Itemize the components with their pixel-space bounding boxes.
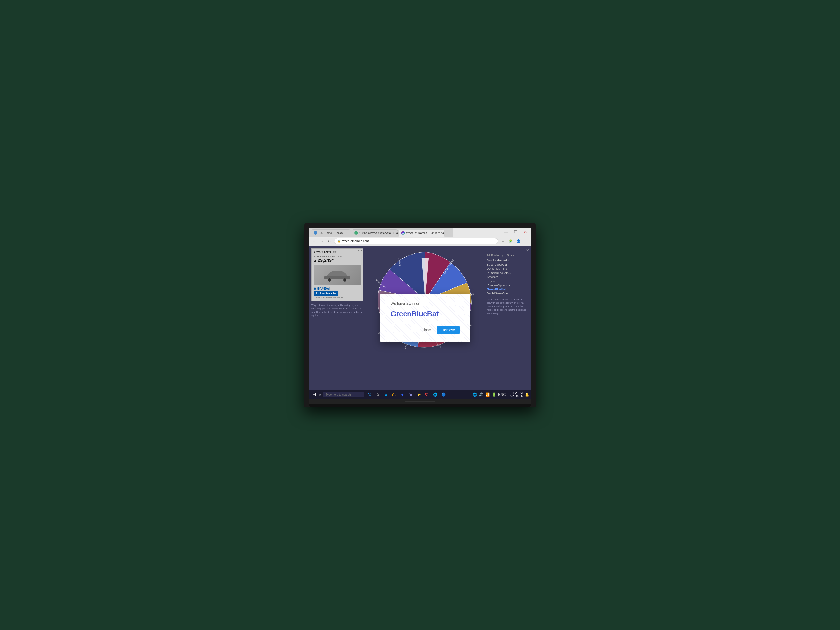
forward-button[interactable]: →	[319, 238, 325, 244]
svg-rect-0	[324, 276, 350, 279]
winner-label: We have a winner!	[391, 302, 459, 306]
power-icon[interactable]: ⚡	[415, 391, 422, 398]
page-text-left: Why not make it a weekly raffle and give…	[311, 304, 363, 317]
list-item: DemoPlayThinki	[487, 267, 529, 271]
laptop-hinge	[404, 401, 436, 403]
clock-time: 5:29 PM	[510, 392, 523, 395]
close-sidebar-button[interactable]: ✕	[487, 248, 529, 253]
winner-name: GreenBlueBat	[391, 310, 459, 318]
tab-icon-wheel: W	[401, 231, 405, 235]
close-dialog-button[interactable]: Close	[418, 326, 434, 333]
clock-date: 2020-06-25	[510, 395, 523, 397]
screen: R (65) Home - Roblox ✕ F Giving away a b…	[309, 227, 531, 399]
list-item: RainbowNponDose	[487, 283, 529, 287]
list-item: PumpkinTheSpin...	[487, 271, 529, 275]
svg-point-2	[343, 278, 346, 281]
side-text: When I was a kid and I read a lot of sca…	[487, 298, 529, 316]
entry-count: 94 Entries ↑↑↑↓ Share	[487, 254, 529, 257]
tab-label-fandom: Giving away a buff crystal! | Fand	[359, 231, 398, 234]
taskbar: ⊞ ○ ◎ ⧉ e 🗁 ◆ 🛍 ⚡ 🛡 🌐 🔵 🌐 🔊 📶 🔋 ENG	[309, 390, 531, 399]
browser-icon[interactable]: 🌐	[431, 391, 439, 398]
network-icon: 🌐	[472, 392, 477, 396]
tab-label-wheel: Wheel of Names | Random name	[406, 231, 445, 234]
advertisement: ✕ × 2020 SANTA FE Explore More Starting …	[311, 248, 363, 301]
ad-cta-button[interactable]: Explore Santa Fe	[314, 291, 338, 296]
task-view-icon[interactable]: ⧉	[374, 391, 381, 398]
volume-icon[interactable]: 🔊	[479, 392, 483, 396]
remove-button[interactable]: Remove	[437, 326, 459, 334]
ad-tagline: Explore More Starting From	[314, 255, 360, 258]
dialog-buttons: Close Remove	[391, 326, 459, 334]
tab-label-roblox: (65) Home - Roblox	[319, 231, 343, 234]
names-list: SkyblockIAmazin SuperDuperGSi DemoPlayTh…	[487, 258, 529, 295]
secure-icon: 🔒	[337, 239, 341, 243]
close-button[interactable]: ✕	[522, 229, 529, 235]
search-circle: ○	[319, 392, 321, 396]
wifi-icon: 📶	[485, 392, 490, 396]
app7-icon[interactable]: 🛡	[423, 391, 431, 398]
winner-dialog: We have a winner! GreenBlueBat Close Rem…	[380, 294, 470, 342]
taskbar-system-icons: 🌐 🔊 📶 🔋 ENG 5:29 PM 2020-06-25 🔔	[472, 392, 529, 397]
address-bar[interactable]: 🔒 wheelofnames.com	[334, 238, 498, 244]
lang-label: ENG	[498, 392, 506, 396]
list-item: SkyblockIAmazin	[487, 258, 529, 262]
tab-close-roblox[interactable]: ✕	[344, 231, 348, 235]
cortana-icon[interactable]: ◎	[366, 391, 373, 398]
page-content: ✕ × 2020 SANTA FE Explore More Starting …	[309, 246, 531, 390]
profile-icon[interactable]: 👤	[515, 238, 521, 244]
tab-icon-fandom: F	[354, 231, 358, 235]
laptop-base	[309, 399, 531, 404]
edge-icon[interactable]: e	[382, 391, 389, 398]
address-bar-row: ← → ↻ 🔒 wheelofnames.com ☆ 🧩 👤 ⋮	[309, 237, 531, 246]
laptop-outer: R (65) Home - Roblox ✕ F Giving away a b…	[304, 223, 536, 407]
list-item: Smeifers	[487, 275, 529, 279]
minimize-button[interactable]: —	[502, 229, 510, 235]
left-panel: ✕ × 2020 SANTA FE Explore More Starting …	[309, 246, 365, 390]
list-item: SuperDuperGSi	[487, 262, 529, 267]
list-item: DanielGreenBon	[487, 291, 529, 295]
center-area: SkyblockIAmazing SuperDuperGSi PumpkinTh…	[365, 246, 485, 390]
notifications-icon[interactable]: 🔔	[525, 392, 529, 396]
ad-price: $ 29,249*	[314, 258, 360, 263]
menu-icon[interactable]: ⋮	[523, 238, 529, 244]
tab-icon-roblox: R	[314, 231, 317, 235]
ad-legal: LEGAL *MSRP excl. tax, title, lic.	[314, 297, 360, 299]
browser-chrome: R (65) Home - Roblox ✕ F Giving away a b…	[309, 227, 531, 246]
toolbar-icons: ☆ 🧩 👤 ⋮	[500, 238, 529, 244]
dropbox-icon[interactable]: ◆	[399, 391, 406, 398]
store-icon[interactable]: 🛍	[407, 391, 414, 398]
new-tab-button[interactable]: +	[445, 229, 451, 237]
list-item-winner: GreenBlueBat	[487, 287, 529, 291]
bookmark-star-icon[interactable]: ☆	[500, 238, 506, 244]
extensions-icon[interactable]: 🧩	[507, 238, 514, 244]
tab-fandom[interactable]: F Giving away a buff crystal! | Fand ✕	[352, 229, 398, 236]
tab-wheelofnames[interactable]: W Wheel of Names | Random name ✕	[398, 229, 445, 237]
explorer-icon[interactable]: 🗁	[390, 391, 398, 398]
tab-bar: R (65) Home - Roblox ✕ F Giving away a b…	[309, 227, 453, 237]
back-button[interactable]: ←	[311, 238, 317, 244]
url-text: wheelofnames.com	[342, 239, 369, 243]
ad-brand: ⊕ HYUNDAI	[314, 287, 360, 290]
list-item: Knypire	[487, 279, 529, 283]
right-panel: ✕ 94 Entries ↑↑↑↓ Share SkyblockIAmazin …	[485, 246, 531, 390]
taskbar-apps: ◎ ⧉ e 🗁 ◆ 🛍 ⚡ 🛡 🌐 🔵	[366, 391, 447, 398]
taskbar-clock: 5:29 PM 2020-06-25	[510, 392, 523, 397]
ad-year-model: 2020 SANTA FE	[314, 251, 360, 254]
tab-roblox[interactable]: R (65) Home - Roblox ✕	[311, 229, 351, 236]
refresh-button[interactable]: ↻	[326, 238, 333, 244]
maximize-button[interactable]: ☐	[512, 229, 519, 235]
ad-car-image	[314, 265, 360, 286]
svg-point-1	[328, 278, 331, 281]
ad-close-button[interactable]: ✕ ×	[358, 249, 362, 252]
window-controls: — ☐ ✕	[502, 229, 531, 235]
battery-icon: 🔋	[492, 392, 496, 396]
start-button[interactable]: ⊞	[311, 391, 317, 398]
winner-dialog-overlay: We have a winner! GreenBlueBat Close Rem…	[365, 246, 485, 390]
laptop-foot	[309, 404, 531, 407]
chrome-icon[interactable]: 🔵	[440, 391, 447, 398]
taskbar-search[interactable]	[323, 392, 364, 397]
